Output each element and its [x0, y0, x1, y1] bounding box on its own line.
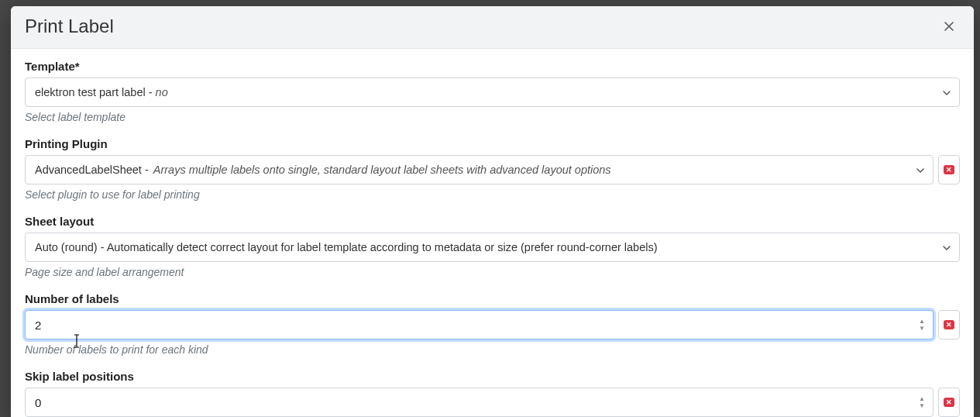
sheet-group: Sheet layout Auto (round) - Automaticall… — [25, 215, 960, 278]
count-spinner[interactable]: ▲ ▼ — [916, 316, 928, 333]
template-hint: Select label template — [25, 111, 960, 123]
spinner-up-icon[interactable]: ▲ — [916, 319, 928, 325]
close-icon — [943, 20, 955, 33]
skip-value: 0 — [35, 396, 41, 409]
template-select[interactable]: elektron test part label - no — [25, 78, 960, 107]
template-label: Template* — [25, 60, 960, 73]
chevron-down-icon — [942, 88, 950, 96]
plugin-clear-button[interactable]: ✕ — [938, 155, 960, 184]
clear-icon: ✕ — [944, 165, 954, 174]
sheet-hint: Page size and label arrangement — [25, 266, 960, 278]
sheet-select[interactable]: Auto (round) - Automatically detect corr… — [25, 233, 960, 262]
skip-spinner[interactable]: ▲ ▼ — [916, 394, 928, 411]
template-value: elektron test part label - no — [35, 86, 168, 98]
plugin-label: Printing Plugin — [25, 137, 960, 150]
close-button[interactable] — [938, 16, 960, 37]
spinner-up-icon[interactable]: ▲ — [916, 396, 928, 402]
plugin-group: Printing Plugin AdvancedLabelSheet - Arr… — [25, 137, 960, 201]
clear-icon: ✕ — [944, 320, 954, 329]
plugin-select[interactable]: AdvancedLabelSheet - Arrays multiple lab… — [25, 155, 934, 184]
modal-title: Print Label — [25, 16, 114, 37]
skip-label: Skip label positions — [25, 370, 960, 383]
chevron-down-icon — [942, 243, 950, 251]
skip-group: Skip label positions 0 ▲ ▼ ✕ — [25, 370, 960, 417]
modal-header: Print Label — [11, 6, 974, 49]
spinner-down-icon[interactable]: ▼ — [916, 326, 928, 332]
count-clear-button[interactable]: ✕ — [938, 310, 960, 339]
plugin-value: AdvancedLabelSheet - Arrays multiple lab… — [35, 164, 611, 176]
skip-input[interactable]: 0 ▲ ▼ — [25, 388, 934, 417]
count-label: Number of labels — [25, 292, 960, 305]
spinner-down-icon[interactable]: ▼ — [916, 403, 928, 409]
template-group: Template* elektron test part label - no … — [25, 60, 960, 123]
count-value: 2 — [35, 319, 41, 332]
sheet-label: Sheet layout — [25, 215, 960, 228]
plugin-hint: Select plugin to use for label printing — [25, 188, 960, 201]
modal-body: Template* elektron test part label - no … — [11, 49, 974, 417]
count-group: Number of labels 2 ▲ ▼ ✕ Number of label… — [25, 292, 960, 356]
skip-clear-button[interactable]: ✕ — [938, 388, 960, 417]
print-label-modal: Print Label Template* elektron test part… — [11, 6, 974, 417]
count-input[interactable]: 2 ▲ ▼ — [25, 310, 934, 339]
chevron-down-icon — [916, 166, 923, 174]
count-hint: Number of labels to print for each kind — [25, 343, 960, 356]
sheet-value: Auto (round) - Automatically detect corr… — [35, 241, 658, 253]
clear-icon: ✕ — [944, 398, 954, 407]
